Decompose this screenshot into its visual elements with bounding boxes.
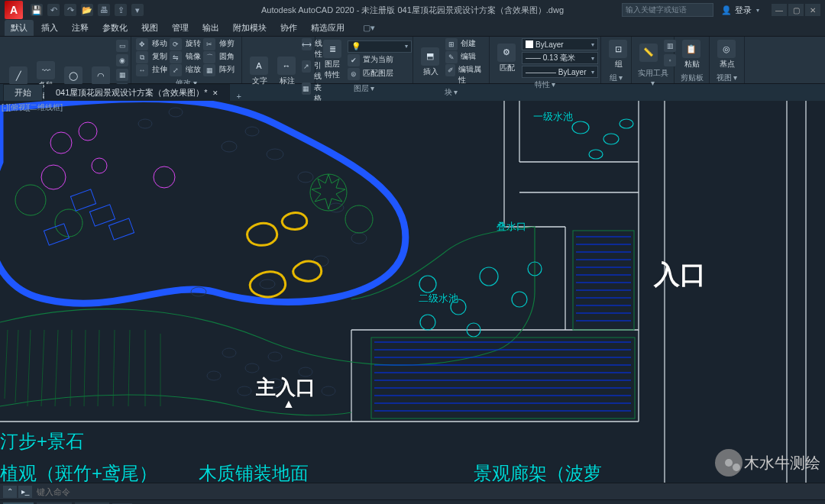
- search-box[interactable]: 输入关键字或短语: [622, 3, 713, 17]
- qat-save-icon[interactable]: 💾: [31, 4, 43, 16]
- move-icon[interactable]: ✥: [136, 38, 148, 50]
- svg-point-41: [345, 205, 373, 233]
- panel-block: ⬒插入 ⊞创建 ✎编辑 ✐编辑属性 块 ▾: [413, 37, 490, 83]
- wechat-icon: [715, 449, 742, 477]
- cmd-dim[interactable]: ↔标注: [274, 55, 299, 88]
- setcur-icon[interactable]: ✔: [348, 54, 360, 66]
- tab-insert[interactable]: 插入: [35, 20, 64, 36]
- svg-line-73: [15, 330, 18, 402]
- fillet-icon[interactable]: ⌒: [203, 51, 215, 63]
- cmd-base[interactable]: ◎基点: [714, 38, 739, 71]
- array-icon[interactable]: ▦: [203, 64, 215, 76]
- maximize-button[interactable]: ▢: [788, 4, 804, 16]
- qat-share-icon[interactable]: ⇪: [115, 4, 127, 16]
- layer-icon: ≣: [323, 40, 341, 58]
- tab-addins[interactable]: 附加模块: [227, 20, 273, 36]
- svg-line-79: [98, 330, 99, 406]
- linear-icon[interactable]: ⟷: [302, 38, 312, 50]
- svg-point-18: [351, 233, 367, 244]
- draw-ellipse-icon[interactable]: ◉: [116, 54, 128, 66]
- create-icon[interactable]: ⊞: [445, 38, 458, 50]
- autocad-logo[interactable]: A: [5, 1, 23, 19]
- drawing-canvas[interactable]: [-][俯视][二维线框]: [0, 101, 825, 483]
- panel-util-title[interactable]: 实用工具 ▾: [636, 66, 669, 87]
- cmd-group[interactable]: ⊡组: [606, 38, 630, 71]
- tab-view[interactable]: 视图: [135, 20, 164, 36]
- doctab-new[interactable]: +: [231, 92, 247, 101]
- qat-plot-icon[interactable]: 🖶: [98, 4, 110, 16]
- panel-group: ⊡组 组 ▾: [601, 37, 632, 83]
- table-icon[interactable]: ▦: [302, 82, 311, 95]
- ribbon: ╱直线 〰多段线 ◯圆 ◠圆弧 ▭ ◉ ▦ ∿ • ▤ 绘图 ▾ ✥移动⟳旋转✂…: [0, 37, 825, 84]
- cmd-expand-icon[interactable]: ⌃: [3, 486, 17, 498]
- cmd-measure[interactable]: 📏: [636, 42, 661, 63]
- cmd-insert[interactable]: ⬒插入: [418, 46, 442, 79]
- viewport-controls[interactable]: [-][俯视][二维线框]: [2, 102, 63, 113]
- copy-icon[interactable]: ⧉: [136, 51, 148, 63]
- minimize-button[interactable]: —: [772, 4, 787, 16]
- qat-dropdown-icon[interactable]: ▾: [131, 4, 144, 16]
- panel-modify: ✥移动⟳旋转✂修剪 ⧉复制⇋镜像⌒圆角 ↔拉伸⤢缩放▦阵列 修改 ▾: [131, 37, 242, 83]
- stretch-icon[interactable]: ↔: [136, 64, 148, 76]
- layer-dropdown[interactable]: 💡▾: [348, 40, 412, 53]
- svg-line-74: [28, 330, 31, 406]
- cmd-text[interactable]: A文字: [247, 55, 271, 88]
- cmd-layerprops[interactable]: ≣图层特性: [320, 38, 345, 82]
- tab-collab[interactable]: 协作: [274, 20, 303, 36]
- paste-icon: 📋: [682, 40, 700, 58]
- panel-block-title[interactable]: 块 ▾: [418, 86, 484, 98]
- tab-manage[interactable]: 管理: [166, 20, 195, 36]
- login-button[interactable]: 👤登录▾: [721, 5, 759, 16]
- leader-icon[interactable]: ↗: [302, 60, 311, 73]
- edit-icon[interactable]: ✎: [445, 51, 458, 63]
- doctab-file[interactable]: 041屋顶花园景观设计方案（含效果图）*✕: [44, 84, 230, 101]
- panel-base-title[interactable]: 视图 ▾: [714, 71, 739, 83]
- tab-featured[interactable]: 精选应用: [305, 20, 351, 36]
- mirror-icon[interactable]: ⇋: [170, 51, 182, 63]
- svg-point-32: [603, 134, 619, 144]
- lineweight-dropdown[interactable]: —— 0.13 毫米▾: [522, 52, 598, 64]
- qat-redo-icon[interactable]: ↷: [64, 4, 76, 16]
- label-wood-paving: 木质铺装地面: [199, 461, 309, 483]
- color-dropdown[interactable]: ByLayer▾: [522, 38, 598, 50]
- svg-rect-46: [108, 218, 134, 240]
- panel-props-title[interactable]: 特性 ▾: [494, 78, 596, 90]
- svg-rect-44: [70, 189, 95, 211]
- svg-rect-59: [573, 231, 634, 330]
- svg-point-19: [313, 256, 328, 267]
- editattr-icon[interactable]: ✐: [445, 64, 455, 76]
- tab-default[interactable]: 默认: [5, 20, 34, 36]
- panel-layer-title[interactable]: 图层 ▾: [320, 82, 408, 94]
- title-bar: A 💾 ↶ ↷ 📂 🖶 ⇪ ▾ Autodesk AutoCAD 2020 - …: [0, 0, 825, 20]
- matchlyr-icon[interactable]: ⊜: [348, 68, 360, 80]
- command-line[interactable]: ⌃ ▸_: [0, 483, 825, 499]
- scale-icon[interactable]: ⤢: [170, 64, 182, 76]
- tab-annotate[interactable]: 注释: [66, 20, 95, 36]
- svg-point-23: [169, 108, 183, 117]
- linetype-dropdown[interactable]: ———— ByLayer▾: [522, 66, 598, 78]
- cmd-paste[interactable]: 📋粘贴: [679, 38, 704, 71]
- close-button[interactable]: ✕: [805, 4, 820, 16]
- svg-line-72: [5, 330, 8, 399]
- cmd-props[interactable]: ⚙匹配: [494, 42, 519, 75]
- rotate-icon[interactable]: ⟳: [170, 38, 182, 50]
- cmd-prompt-icon: ▸_: [18, 486, 32, 498]
- trim-icon[interactable]: ✂: [203, 38, 215, 50]
- panel-annotation: A文字 ↔标注 ⟷线性 ↗引线 ▦表格 注释 ▾: [242, 37, 315, 83]
- draw-hatch-icon[interactable]: ▦: [116, 69, 128, 81]
- tab-parametric[interactable]: 参数化: [96, 20, 134, 36]
- svg-point-26: [480, 267, 498, 286]
- text-icon: A: [250, 57, 268, 75]
- panel-group-title[interactable]: 组 ▾: [606, 71, 626, 83]
- user-icon: 👤: [721, 5, 732, 15]
- panel-layer: ≣图层特性 💡▾ ✔置为当前 ⊜匹配图层 图层 ▾: [315, 37, 413, 83]
- panel-clip-title[interactable]: 剪贴板: [679, 71, 704, 83]
- command-input[interactable]: [32, 487, 822, 496]
- close-tab-icon[interactable]: ✕: [212, 89, 218, 97]
- ribbon-collapse-button[interactable]: ▢▾: [358, 21, 380, 34]
- doctab-start[interactable]: 开始: [3, 84, 43, 101]
- qat-undo-icon[interactable]: ↶: [47, 4, 60, 16]
- qat-open-icon[interactable]: 📂: [81, 4, 93, 16]
- draw-rect-icon[interactable]: ▭: [116, 40, 128, 52]
- tab-output[interactable]: 输出: [196, 20, 225, 36]
